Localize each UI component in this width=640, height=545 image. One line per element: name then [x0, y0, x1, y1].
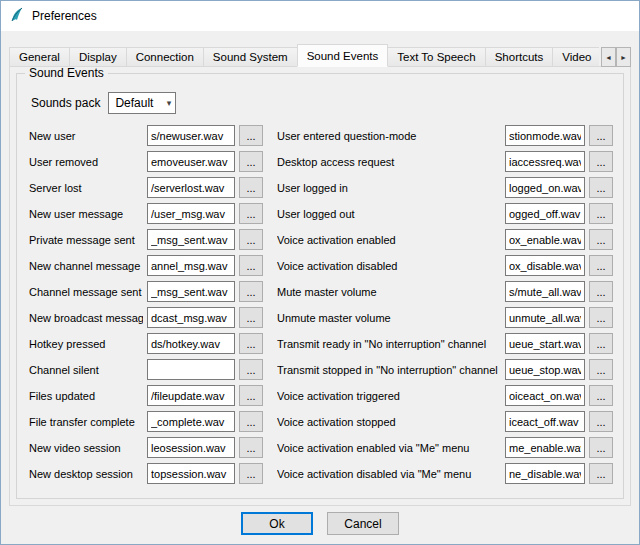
browse-button[interactable]: ... [239, 229, 263, 250]
sound-event-label: User removed [29, 156, 143, 168]
sound-file-input[interactable] [147, 463, 235, 484]
browse-button[interactable]: ... [239, 307, 263, 328]
sounds-pack-label: Sounds pack [31, 96, 100, 110]
sound-file-input[interactable] [147, 151, 235, 172]
sound-event-label: User logged in [277, 182, 501, 194]
browse-button[interactable]: ... [239, 125, 263, 146]
app-logo-icon [9, 7, 25, 26]
sound-file-input[interactable] [505, 385, 585, 406]
sound-event-label: New channel message [29, 260, 143, 272]
tab-bar: GeneralDisplayConnectionSound SystemSoun… [9, 44, 631, 67]
sound-file-input[interactable] [505, 151, 585, 172]
events-column-right: User entered question-mode...Desktop acc… [277, 125, 613, 489]
sound-event-row: Voice activation disabled via "Me" menu.… [277, 463, 613, 484]
sound-file-input[interactable] [505, 307, 585, 328]
sound-file-input[interactable] [505, 333, 585, 354]
tab-connection[interactable]: Connection [126, 47, 204, 67]
tab-shortcuts[interactable]: Shortcuts [485, 47, 554, 67]
browse-button[interactable]: ... [589, 411, 613, 432]
dialog-footer: Ok Cancel [1, 512, 639, 535]
sound-file-input[interactable] [147, 125, 235, 146]
sound-events-list: New user...User removed...Server lost...… [29, 125, 613, 489]
sound-file-input[interactable] [505, 255, 585, 276]
browse-button[interactable]: ... [239, 177, 263, 198]
sound-file-input[interactable] [147, 229, 235, 250]
sound-event-label: New desktop session [29, 468, 143, 480]
sound-file-input[interactable] [147, 203, 235, 224]
sound-file-input[interactable] [147, 177, 235, 198]
browse-button[interactable]: ... [589, 307, 613, 328]
sound-event-label: Files updated [29, 390, 143, 402]
browse-button[interactable]: ... [239, 359, 263, 380]
tab-scroll-right-button[interactable]: ► [616, 47, 631, 67]
browse-button[interactable]: ... [239, 203, 263, 224]
sound-event-label: Transmit stopped in "No interruption" ch… [277, 364, 501, 376]
sound-event-label: Server lost [29, 182, 143, 194]
sound-file-input[interactable] [505, 411, 585, 432]
sound-event-row: New user message... [29, 203, 263, 224]
browse-button[interactable]: ... [239, 281, 263, 302]
cancel-button[interactable]: Cancel [327, 512, 399, 535]
sound-file-input[interactable] [505, 463, 585, 484]
sound-file-input[interactable] [147, 281, 235, 302]
sound-event-label: User entered question-mode [277, 130, 501, 142]
browse-button[interactable]: ... [239, 151, 263, 172]
browse-button[interactable]: ... [589, 437, 613, 458]
sound-file-input[interactable] [505, 359, 585, 380]
sound-event-label: Voice activation disabled via "Me" menu [277, 468, 501, 480]
sound-file-input[interactable] [505, 437, 585, 458]
sound-event-row: Private message sent... [29, 229, 263, 250]
tab-strip: GeneralDisplayConnectionSound SystemSoun… [9, 44, 599, 67]
tab-scroll-buttons: ◄ ► [601, 47, 631, 67]
tab-video[interactable]: Video [552, 47, 599, 67]
sound-file-input[interactable] [147, 385, 235, 406]
sound-event-label: Channel silent [29, 364, 143, 376]
browse-button[interactable]: ... [589, 177, 613, 198]
sound-file-input[interactable] [147, 307, 235, 328]
sound-event-row: Channel message sent... [29, 281, 263, 302]
sound-file-input[interactable] [147, 437, 235, 458]
browse-button[interactable]: ... [589, 151, 613, 172]
sound-event-label: New broadcast message [29, 312, 143, 324]
browse-button[interactable]: ... [589, 333, 613, 354]
sound-file-input[interactable] [147, 255, 235, 276]
sound-event-label: Voice activation disabled [277, 260, 501, 272]
sound-event-label: Unmute master volume [277, 312, 501, 324]
sound-file-input[interactable] [147, 411, 235, 432]
browse-button[interactable]: ... [239, 333, 263, 354]
sound-event-label: Private message sent [29, 234, 143, 246]
tab-sound-system[interactable]: Sound System [203, 47, 298, 67]
sound-file-input[interactable] [505, 125, 585, 146]
sound-event-label: New user message [29, 208, 143, 220]
tab-sound-events[interactable]: Sound Events [297, 44, 389, 67]
sound-event-label: Mute master volume [277, 286, 501, 298]
sound-event-row: Hotkey pressed... [29, 333, 263, 354]
sound-file-input[interactable] [147, 333, 235, 354]
tab-display[interactable]: Display [69, 47, 127, 67]
browse-button[interactable]: ... [589, 281, 613, 302]
sound-event-label: File transfer complete [29, 416, 143, 428]
tab-scroll-left-button[interactable]: ◄ [601, 47, 616, 67]
sounds-pack-select[interactable]: Default ▾ [108, 92, 176, 114]
sound-file-input[interactable] [505, 281, 585, 302]
browse-button[interactable]: ... [589, 385, 613, 406]
browse-button[interactable]: ... [589, 463, 613, 484]
browse-button[interactable]: ... [589, 229, 613, 250]
browse-button[interactable]: ... [239, 411, 263, 432]
sound-file-input[interactable] [505, 203, 585, 224]
sound-file-input[interactable] [147, 359, 235, 380]
browse-button[interactable]: ... [239, 463, 263, 484]
browse-button[interactable]: ... [589, 203, 613, 224]
browse-button[interactable]: ... [589, 125, 613, 146]
browse-button[interactable]: ... [239, 255, 263, 276]
ok-button[interactable]: Ok [241, 512, 313, 535]
browse-button[interactable]: ... [239, 385, 263, 406]
tab-general[interactable]: General [9, 47, 70, 67]
tab-text-to-speech[interactable]: Text To Speech [387, 47, 485, 67]
sounds-pack-value: Default [115, 96, 153, 110]
browse-button[interactable]: ... [239, 437, 263, 458]
browse-button[interactable]: ... [589, 255, 613, 276]
browse-button[interactable]: ... [589, 359, 613, 380]
sound-file-input[interactable] [505, 177, 585, 198]
sound-file-input[interactable] [505, 229, 585, 250]
